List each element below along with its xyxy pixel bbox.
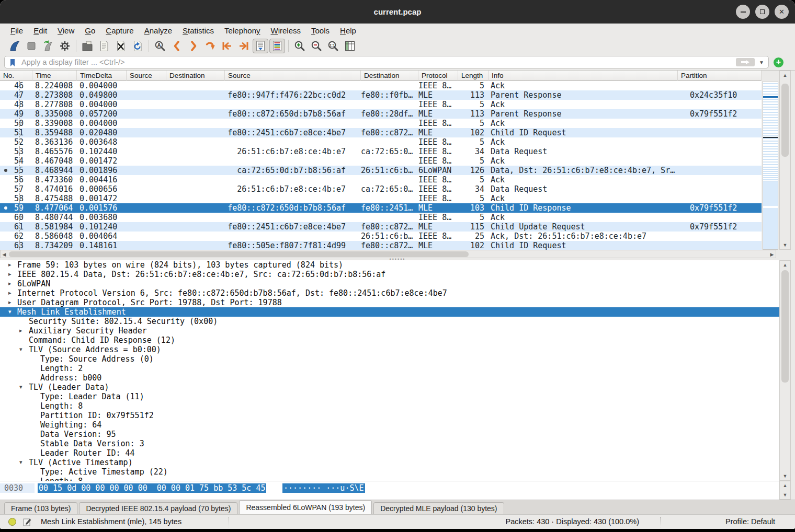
column-header-proto[interactable]: Protocol — [418, 71, 458, 81]
detail-line[interactable]: ▾TLV (Source Address = b0:00) — [0, 345, 779, 354]
detail-line[interactable]: Security Suite: 802.15.4 Security (0x00) — [0, 317, 779, 326]
detail-line[interactable]: Type: Leader Data (11) — [0, 392, 779, 401]
expand-icon[interactable]: ▸ — [19, 326, 22, 336]
packet-row-46[interactable]: 468.2240080.004000IEEE 8…5Ack — [0, 81, 762, 90]
expand-icon[interactable]: ▸ — [8, 298, 12, 307]
collapse-icon[interactable]: ▾ — [19, 383, 22, 392]
bytes-vscrollbar[interactable]: ▲ ▼ — [779, 481, 791, 500]
packet-row-60[interactable]: 608.4807440.003680IEEE 8…5Ack — [0, 213, 762, 222]
packet-list-vscroll-thumb[interactable] — [781, 84, 789, 157]
detail-line[interactable]: ▸6LoWPAN — [0, 279, 779, 288]
maximize-button[interactable] — [755, 5, 769, 19]
display-filter-field[interactable]: ▼ — [4, 56, 769, 68]
detail-line[interactable]: ▾TLV (Active Timestamp) — [0, 458, 779, 467]
collapse-icon[interactable]: ▾ — [19, 458, 22, 467]
go-first-packet-button[interactable] — [219, 39, 235, 53]
go-to-packet-button[interactable] — [202, 39, 218, 53]
zoom-out-button[interactable] — [309, 39, 324, 53]
scroll-down-icon[interactable]: ▼ — [780, 492, 790, 498]
packet-row-58[interactable]: 588.4754880.001472IEEE 8…5Ack — [0, 194, 762, 203]
auto-scroll-button[interactable] — [253, 39, 268, 53]
menu-capture[interactable]: Capture — [100, 26, 139, 35]
column-header-len[interactable]: Length — [458, 71, 489, 81]
menu-wireless[interactable]: Wireless — [266, 26, 306, 35]
hex-ascii-selected[interactable]: ········ ···u·S\E — [282, 483, 365, 493]
open-file-button[interactable] — [80, 39, 95, 53]
packet-row-57[interactable]: 578.4740160.00065626:51:c6:b7:e8:ce:4b:e… — [0, 184, 762, 194]
detail-line[interactable]: Length: 8 — [0, 401, 779, 411]
column-header-dst2[interactable]: Destination — [361, 71, 418, 81]
resize-columns-button[interactable] — [342, 39, 358, 53]
packet-row-49[interactable]: 498.3350080.057200fe80::c872:650d:b7b8:5… — [0, 109, 762, 119]
collapse-icon[interactable]: ▾ — [8, 307, 12, 317]
scroll-down-icon[interactable]: ▼ — [780, 473, 790, 479]
stop-capture-button[interactable] — [24, 39, 39, 53]
packet-row-52[interactable]: 528.3631360.003648IEEE 8…5Ack — [0, 137, 762, 147]
detail-line[interactable]: ▸IEEE 802.15.4 Data, Dst: 26:51:c6:b7:e8… — [0, 270, 779, 279]
packet-row-55[interactable]: 558.4689440.001896ca:72:65:0d:b7:b8:56:a… — [0, 166, 762, 175]
capture-options-button[interactable] — [57, 39, 73, 53]
scroll-up-icon[interactable]: ▲ — [780, 262, 790, 268]
detail-line[interactable]: Type: Source Address (0) — [0, 354, 779, 364]
colorize-packets-button[interactable] — [269, 39, 285, 53]
filter-dropdown-caret[interactable]: ▼ — [759, 60, 764, 65]
detail-line[interactable]: Address: b000 — [0, 373, 779, 383]
hex-bytes-selected[interactable]: 00 15 0d 00 00 00 00 00 00 00 01 75 bb 5… — [38, 483, 266, 493]
column-header-no[interactable]: No. — [0, 71, 32, 81]
menu-statistics[interactable]: Statistics — [177, 26, 219, 35]
packet-row-47[interactable]: 478.2738080.049800fe80::947f:f476:22bc:c… — [0, 90, 762, 100]
column-header-delta[interactable]: TimeDelta — [77, 71, 127, 81]
packet-row-54[interactable]: 548.4670480.001472IEEE 8…5Ack — [0, 156, 762, 166]
packet-row-56[interactable]: 568.4733600.004416IEEE 8…5Ack — [0, 175, 762, 184]
go-back-button[interactable] — [169, 39, 185, 53]
zoom-in-button[interactable] — [292, 39, 308, 53]
detail-line[interactable]: Length: 8 — [0, 477, 779, 481]
column-header-info[interactable]: Info — [489, 71, 678, 81]
column-header-dst1[interactable]: Destination — [166, 71, 225, 81]
display-filter-input[interactable] — [20, 57, 716, 67]
find-packet-button[interactable]: A — [152, 39, 168, 53]
packet-row-51[interactable]: 518.3594880.020480fe80::2451:c6b7:e8ce:4… — [0, 128, 762, 137]
byte-tab[interactable]: Decrypted MLE payload (130 bytes) — [373, 502, 504, 514]
zoom-original-button[interactable]: 1:1 — [325, 39, 341, 53]
menu-go[interactable]: Go — [80, 26, 100, 35]
expand-icon[interactable]: ▸ — [8, 279, 12, 288]
detail-line[interactable]: ▸Frame 59: 103 bytes on wire (824 bits),… — [0, 260, 779, 270]
profile-status[interactable]: Profile: Default — [725, 517, 775, 526]
column-header-src1[interactable]: Source — [127, 71, 166, 81]
detail-line[interactable]: Command: Child ID Response (12) — [0, 336, 779, 345]
byte-tab[interactable]: Decrypted IEEE 802.15.4 payload (70 byte… — [79, 502, 237, 514]
column-header-part[interactable]: Partition — [678, 71, 762, 81]
packet-bytes-pane[interactable]: 0030 00 15 0d 00 00 00 00 00 00 00 01 75… — [0, 481, 779, 500]
packet-list-vscrollbar[interactable]: ▲ ▼ — [779, 71, 791, 250]
scroll-up-icon[interactable]: ▲ — [780, 483, 790, 488]
byte-tab[interactable]: Reassembled 6LoWPAN (193 bytes) — [239, 500, 372, 514]
packet-row-59[interactable]: 598.4770640.001576fe80::c872:650d:b7b8:5… — [0, 203, 762, 213]
titlebar[interactable]: current.pcap ✕ — [0, 0, 795, 24]
bookmark-icon[interactable] — [8, 59, 17, 67]
expand-icon[interactable]: ▸ — [8, 288, 12, 298]
menu-help[interactable]: Help — [335, 26, 361, 35]
menu-tools[interactable]: Tools — [306, 26, 335, 35]
start-capture-button[interactable] — [7, 39, 22, 53]
go-last-packet-button[interactable] — [236, 39, 252, 53]
reload-file-button[interactable] — [130, 39, 145, 53]
detail-vscrollbar[interactable]: ▲ ▼ — [779, 260, 791, 481]
detail-line[interactable]: Length: 2 — [0, 364, 779, 373]
apply-filter-button[interactable] — [736, 58, 755, 66]
menu-analyze[interactable]: Analyze — [139, 26, 177, 35]
packet-row-53[interactable]: 538.4655760.10244026:51:c6:b7:e8:ce:4b:e… — [0, 147, 762, 156]
scroll-up-icon[interactable]: ▲ — [780, 73, 790, 78]
collapse-icon[interactable]: ▾ — [19, 345, 22, 354]
byte-tab[interactable]: Frame (103 bytes) — [4, 502, 77, 514]
close-button[interactable]: ✕ — [775, 5, 789, 19]
save-file-button[interactable] — [96, 39, 112, 53]
column-header-time[interactable]: Time — [32, 71, 77, 81]
detail-line[interactable]: ▸Internet Protocol Version 6, Src: fe80:… — [0, 288, 779, 298]
menu-file[interactable]: File — [5, 26, 28, 35]
capture-comment-icon[interactable] — [23, 518, 31, 526]
restart-capture-button[interactable] — [40, 39, 56, 53]
detail-line[interactable]: ▾Mesh Link Establishment — [0, 307, 779, 317]
detail-line[interactable]: Partition ID: 0x79f551f2 — [0, 411, 779, 420]
minimize-button[interactable] — [736, 5, 750, 19]
